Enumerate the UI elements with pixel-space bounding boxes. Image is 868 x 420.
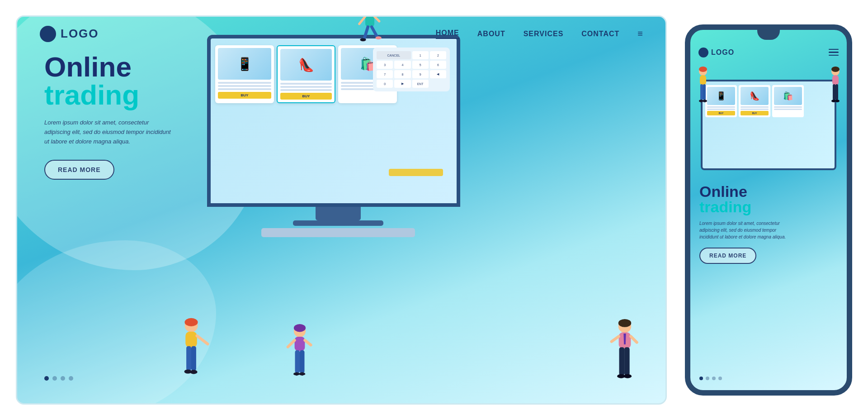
hero-description: Lorem ipsum dolor sit amet, consectetur …	[44, 118, 171, 146]
key-9[interactable]: 9	[412, 70, 429, 78]
svg-point-29	[618, 319, 631, 327]
logo-icon	[40, 26, 56, 42]
mobile-illustration: 📱 BUY 👠 BUY 🛍️	[690, 62, 847, 188]
key-5[interactable]: 5	[412, 61, 429, 69]
mobile-logo-text: LOGO	[711, 48, 734, 57]
svg-rect-13	[186, 346, 191, 371]
key-left[interactable]: ◀	[430, 70, 446, 78]
dot-1[interactable]	[44, 376, 49, 381]
svg-rect-42	[703, 84, 706, 100]
page-wrapper: LOGO HOME ABOUT SERVICES CONTACT ≡ Onlin…	[16, 15, 852, 405]
key-2[interactable]: 2	[430, 51, 446, 59]
key-3[interactable]: 3	[377, 61, 393, 69]
product-card-2: 👠 BUY	[277, 45, 335, 103]
cancel-key[interactable]: CANCEL	[377, 51, 411, 59]
nav-about[interactable]: ABOUT	[477, 30, 505, 38]
mobile-dot-1[interactable]	[699, 377, 703, 380]
hero-title-online: Online	[44, 53, 171, 81]
mobile-read-more-button[interactable]: READ MORE	[699, 248, 756, 264]
mobile-product-line	[741, 109, 769, 110]
svg-point-10	[184, 318, 198, 326]
product-line	[280, 86, 332, 88]
mobile-hero-title-trading: trading	[699, 199, 790, 215]
product-line	[218, 88, 271, 90]
logo-text: LOGO	[61, 27, 99, 41]
svg-rect-41	[700, 84, 703, 100]
mobile-dot-2[interactable]	[706, 377, 709, 380]
key-enter[interactable]: ENT	[412, 80, 429, 88]
buy-button-1[interactable]: BUY	[218, 92, 271, 99]
hamburger-line-2	[829, 52, 839, 53]
mobile-product-card-2: 👠 BUY	[739, 85, 770, 117]
product-line	[218, 85, 271, 87]
hero-text-section: Online trading Lorem ipsum dolor sit ame…	[44, 53, 171, 180]
dot-3[interactable]	[61, 376, 65, 381]
dots-indicator	[44, 376, 73, 381]
hamburger-line-1	[829, 49, 839, 50]
monitor-stand	[316, 207, 361, 220]
monitor-base	[293, 220, 383, 226]
illustration-area: 📱 BUY 👠	[144, 17, 665, 403]
key-4[interactable]: 4	[394, 61, 410, 69]
svg-point-51	[835, 100, 840, 102]
key-8[interactable]: 8	[394, 70, 410, 78]
product-image-2: 👠	[280, 49, 332, 81]
svg-rect-35	[624, 347, 630, 375]
mobile-dot-4[interactable]	[718, 377, 722, 380]
svg-rect-49	[835, 84, 838, 100]
svg-rect-27	[302, 372, 303, 376]
buy-button-2[interactable]: BUY	[280, 93, 332, 100]
mobile-product-card-3: 🛍️	[772, 85, 804, 117]
svg-rect-14	[191, 346, 196, 371]
svg-rect-48	[833, 84, 835, 100]
svg-point-44	[703, 100, 707, 102]
mobile-person-left	[694, 66, 712, 116]
person-left	[173, 317, 209, 405]
mobile-product-image-3: 🛍️	[774, 87, 802, 105]
svg-point-37	[623, 374, 632, 378]
mobile-dot-3[interactable]	[712, 377, 716, 380]
numpad-grid: CANCEL 1 2 3 4 5 6 7 8 9 ◀ 0 ▶	[377, 51, 446, 88]
product-line	[280, 83, 332, 85]
mobile-buy-button-2[interactable]: BUY	[741, 111, 769, 115]
mobile-product-line	[774, 109, 802, 110]
numpad-area: CANCEL 1 2 3 4 5 6 7 8 9 ◀ 0 ▶	[373, 48, 450, 91]
nav-home[interactable]: HOME	[436, 29, 459, 39]
key-7[interactable]: 7	[377, 70, 393, 78]
svg-point-16	[190, 370, 197, 374]
svg-line-33	[631, 336, 637, 342]
svg-rect-47	[832, 75, 839, 85]
svg-point-39	[699, 67, 707, 72]
mobile-screen-illustration: 📱 BUY 👠 BUY 🛍️	[701, 80, 836, 170]
mobile-logo-area: LOGO	[698, 48, 734, 57]
key-0[interactable]: 0	[377, 80, 393, 88]
svg-rect-19	[295, 337, 305, 351]
nav-contact[interactable]: CONTACT	[581, 30, 619, 38]
mobile-dots-indicator	[699, 377, 722, 380]
mobile-logo-icon	[698, 48, 708, 57]
key-6[interactable]: 6	[430, 61, 446, 69]
desktop-monitor: 📱 BUY 👠	[207, 35, 469, 229]
hamburger-menu[interactable]	[829, 49, 839, 56]
product-card-1: 📱 BUY	[215, 45, 274, 103]
read-more-button[interactable]: READ MORE	[44, 160, 114, 180]
svg-marker-31	[623, 334, 626, 344]
dot-2[interactable]	[52, 376, 57, 381]
svg-line-32	[612, 336, 619, 342]
desktop-mockup: LOGO HOME ABOUT SERVICES CONTACT ≡ Onlin…	[16, 15, 667, 405]
nav-services[interactable]: SERVICES	[524, 30, 564, 38]
svg-rect-22	[295, 350, 300, 373]
svg-line-20	[288, 340, 295, 347]
key-right[interactable]: ▶	[394, 80, 410, 88]
mobile-product-image-2: 👠	[741, 87, 769, 105]
nav-links: HOME ABOUT SERVICES CONTACT ≡	[436, 29, 643, 39]
product-cards: 📱 BUY 👠	[215, 45, 397, 103]
svg-rect-25	[296, 372, 297, 376]
svg-rect-11	[185, 332, 197, 348]
monitor-screen: 📱 BUY 👠	[207, 35, 460, 207]
mobile-nav: LOGO	[690, 40, 847, 65]
person-right	[607, 317, 643, 405]
dot-4[interactable]	[69, 376, 73, 381]
menu-icon[interactable]: ≡	[637, 29, 643, 39]
key-1[interactable]: 1	[412, 51, 429, 59]
